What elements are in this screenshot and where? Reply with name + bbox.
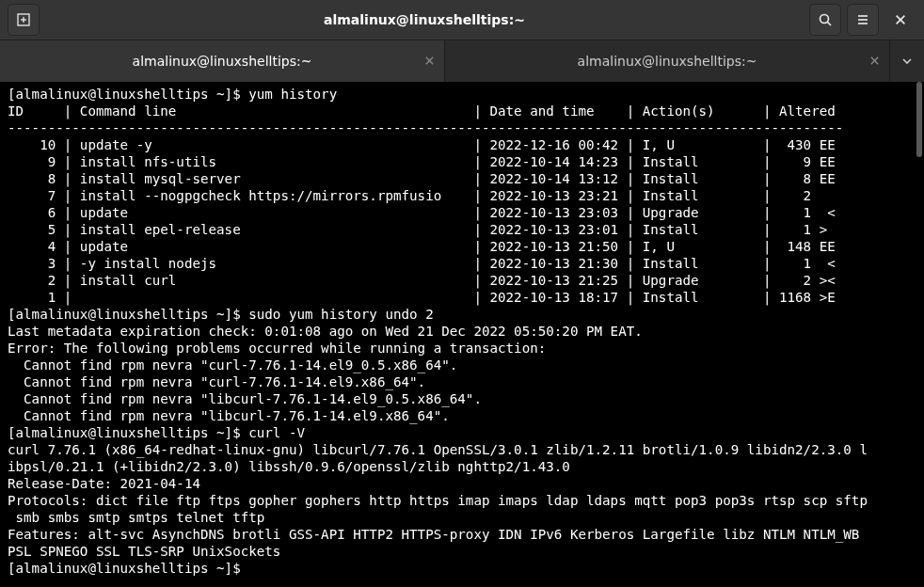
terminal-output: [almalinux@linuxshelltips ~]$ yum histor…: [0, 82, 924, 580]
tabbar: almalinux@linuxshelltips:~ almalinux@lin…: [0, 40, 924, 82]
terminal-area[interactable]: [almalinux@linuxshelltips ~]$ yum histor…: [0, 82, 924, 587]
new-tab-icon: [16, 12, 31, 27]
window-close-button[interactable]: [884, 4, 916, 36]
menu-button[interactable]: [847, 4, 879, 36]
terminal-tab-1[interactable]: almalinux@linuxshelltips:~: [0, 40, 445, 82]
search-button[interactable]: [809, 4, 841, 36]
titlebar-left: [8, 4, 40, 36]
close-icon: [424, 56, 435, 66]
svg-line-4: [828, 23, 832, 26]
tab-close-button[interactable]: [869, 54, 880, 69]
scrollbar-thumb[interactable]: [916, 82, 922, 157]
tab-close-button[interactable]: [424, 54, 435, 69]
tab-label: almalinux@linuxshelltips:~: [133, 54, 312, 69]
terminal-tab-2[interactable]: almalinux@linuxshelltips:~: [445, 40, 890, 82]
chevron-down-icon: [901, 56, 913, 67]
close-icon: [894, 13, 907, 26]
new-tab-button[interactable]: [8, 4, 40, 36]
tab-label: almalinux@linuxshelltips:~: [578, 54, 757, 69]
window-title: almalinux@linuxshelltips:~: [40, 12, 809, 27]
search-icon: [818, 12, 833, 27]
close-icon: [869, 56, 880, 66]
hamburger-icon: [855, 12, 870, 27]
titlebar-right: [809, 4, 916, 36]
titlebar: almalinux@linuxshelltips:~: [0, 0, 924, 40]
tab-dropdown-button[interactable]: [890, 40, 924, 82]
svg-point-3: [820, 15, 829, 24]
